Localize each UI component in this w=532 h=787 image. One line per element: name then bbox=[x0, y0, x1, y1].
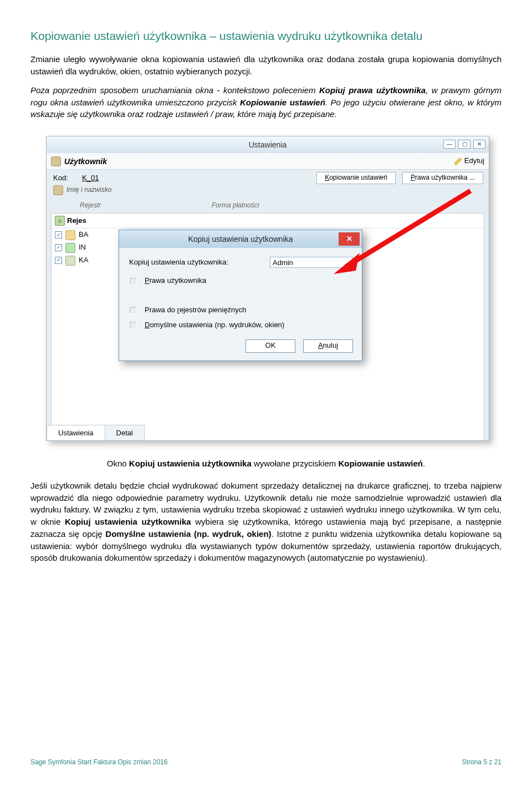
settings-window: Ustawienia — ▢ ✕ Użytkownik Edytuj Kod: … bbox=[46, 136, 489, 441]
titlebar: Ustawienia — ▢ ✕ bbox=[47, 136, 489, 153]
footer-right: Strona 5 z 21 bbox=[462, 758, 502, 767]
row-text: BA bbox=[79, 230, 88, 240]
cancel-button[interactable]: Anuluj bbox=[303, 339, 353, 353]
screenshot: Ustawienia — ▢ ✕ Użytkownik Edytuj Kod: … bbox=[46, 136, 489, 441]
opt-registers[interactable]: Prawa do rejestrów pieniężnych bbox=[129, 305, 353, 316]
user-label: Użytkownik bbox=[64, 156, 454, 167]
p2a: Poza poprzednim sposobem uruchamiania ok… bbox=[30, 85, 319, 95]
o2a: Prawa do bbox=[145, 306, 177, 314]
dialog-title: Kopiuj ustawienia użytkownika bbox=[188, 233, 293, 245]
p3d: Domyślne ustawienia (np. wydruk, okien) bbox=[105, 529, 271, 539]
page-heading: Kopiowanie ustawień użytkownika – ustawi… bbox=[30, 28, 502, 44]
dialog-body: Kopiuj ustawienia użytkownika: Prawa uży… bbox=[119, 248, 362, 339]
registry-header: ⌂ Rejes bbox=[52, 214, 484, 229]
from-user-label: Kopiuj ustawienia użytkownika: bbox=[129, 257, 270, 268]
close-button[interactable]: ✕ bbox=[473, 140, 485, 149]
house-icon: ⌂ bbox=[55, 216, 65, 226]
row-icon bbox=[65, 256, 75, 266]
row-text: KA bbox=[79, 255, 88, 266]
user-rights-button[interactable]: Prawa użytkownika ... bbox=[402, 172, 483, 184]
window-controls: — ▢ ✕ bbox=[443, 140, 485, 149]
user-bar: Użytkownik Edytuj bbox=[47, 153, 489, 170]
checkbox[interactable] bbox=[129, 321, 137, 329]
intro-para-1: Zmianie uległo wywoływanie okna kopiowan… bbox=[30, 53, 502, 78]
col-forma: Forma płatności bbox=[212, 201, 259, 210]
opt-rights[interactable]: Prawa użytkownika bbox=[129, 276, 353, 286]
checkbox[interactable]: ✓ bbox=[55, 257, 62, 264]
tab-ustawienia[interactable]: Ustawienia bbox=[47, 425, 105, 440]
window-title: Ustawienia bbox=[249, 139, 287, 150]
user-icon bbox=[51, 156, 61, 166]
kod-row: Kod: K_01 Kopiowanie ustawień Prawa użyt… bbox=[47, 170, 489, 184]
capB: Kopiuj ustawienia użytkownika bbox=[129, 459, 252, 468]
o1b: rawa użytkownika bbox=[150, 276, 207, 285]
body-para-3: Jeśli użytkownik detalu będzie chciał wy… bbox=[30, 480, 502, 564]
bottom-tabs: Ustawienia Detal bbox=[47, 425, 144, 440]
cr: nuluj bbox=[323, 341, 338, 351]
figure-caption: Okno Kopiuj ustawienia użytkownika wywoł… bbox=[30, 458, 502, 470]
copy-settings-button[interactable]: Kopiowanie ustawień bbox=[316, 172, 396, 184]
intro-para-2: Poza poprzednim sposobem uruchamiania ok… bbox=[30, 84, 502, 120]
person-icon bbox=[53, 185, 63, 195]
cu: A bbox=[318, 341, 323, 351]
dialog-buttons: OK Anuluj bbox=[119, 339, 362, 361]
from-user-input[interactable] bbox=[270, 257, 353, 268]
capC: wywołane przyciskiem bbox=[252, 459, 339, 468]
capE: . bbox=[423, 459, 425, 468]
copy-settings-dialog: Kopiuj ustawienia użytkownika ✕ Kopiuj u… bbox=[119, 230, 362, 361]
p2d: Kopiowanie ustawień bbox=[240, 98, 325, 107]
row-icon bbox=[65, 230, 75, 240]
capD: Kopiowanie ustawień bbox=[338, 459, 423, 468]
o2b: ejestrów pieniężnych bbox=[180, 306, 247, 314]
checkbox[interactable] bbox=[129, 277, 137, 285]
o1u: P bbox=[145, 276, 150, 285]
o3u: D bbox=[145, 321, 150, 329]
copy-rest: opiowanie ustawień bbox=[329, 173, 387, 182]
registry-label: Rejes bbox=[67, 216, 86, 226]
p3b: Kopiuj ustawienia użytkownika bbox=[65, 517, 191, 526]
checkbox[interactable]: ✓ bbox=[55, 244, 62, 251]
opt-defaults[interactable]: Domyślne ustawienia (np. wydruków, okien… bbox=[129, 320, 353, 331]
col-rejestr: Rejestr bbox=[80, 201, 101, 210]
ok-button[interactable]: OK bbox=[245, 339, 295, 353]
checkbox[interactable] bbox=[129, 306, 137, 314]
rights-rest: rawa użytkownika ... bbox=[415, 173, 475, 182]
dialog-titlebar: Kopiuj ustawienia użytkownika ✕ bbox=[119, 230, 362, 248]
kod-label: Kod: bbox=[53, 173, 75, 184]
minimize-button[interactable]: — bbox=[443, 140, 456, 149]
copy-u: K bbox=[325, 173, 329, 182]
name-label: Imię i nazwisko bbox=[66, 185, 111, 195]
rights-u: P bbox=[411, 173, 415, 182]
row-text: IN bbox=[79, 242, 86, 253]
dialog-close-button[interactable]: ✕ bbox=[339, 232, 360, 246]
edit-text: Edytuj bbox=[464, 156, 484, 166]
o3b: omyślne ustawienia (np. wydruków, okien) bbox=[150, 321, 284, 329]
maximize-button[interactable]: ▢ bbox=[458, 140, 470, 149]
p2b: Kopiuj prawa użytkownika bbox=[319, 85, 426, 95]
checkbox[interactable]: ✓ bbox=[55, 231, 62, 238]
name-row: Imię i nazwisko bbox=[47, 184, 489, 199]
edit-link[interactable]: Edytuj bbox=[454, 156, 484, 166]
row-icon bbox=[65, 243, 75, 253]
kod-value: K_01 bbox=[82, 173, 99, 184]
column-headers: Rejestr Forma płatności bbox=[47, 199, 489, 212]
pencil-icon bbox=[454, 158, 462, 165]
page-footer: Sage Symfonia Start Faktura Opis zmian 2… bbox=[30, 758, 502, 767]
from-user-row: Kopiuj ustawienia użytkownika: bbox=[129, 257, 353, 268]
capA: Okno bbox=[107, 459, 129, 468]
footer-left: Sage Symfonia Start Faktura Opis zmian 2… bbox=[30, 758, 167, 767]
tab-detal[interactable]: Detal bbox=[105, 425, 145, 440]
